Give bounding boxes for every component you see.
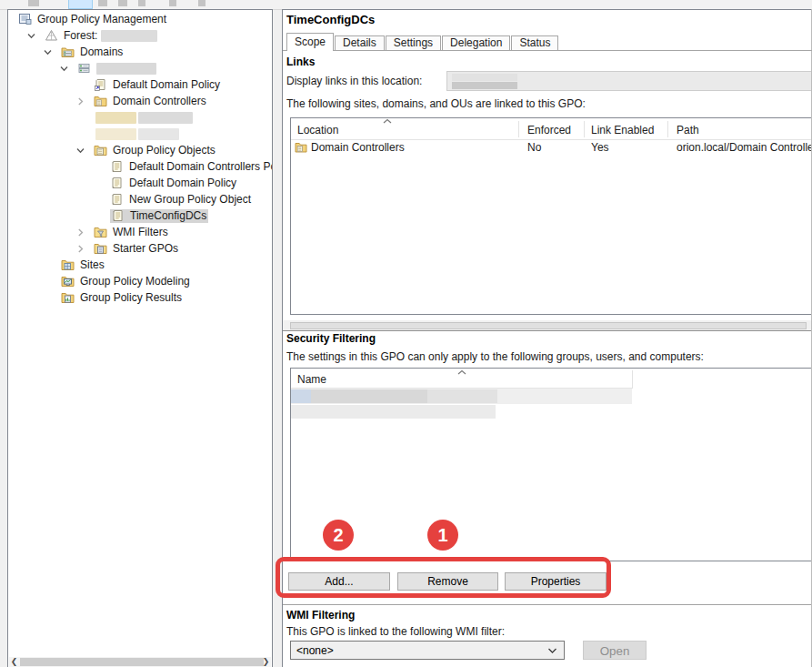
column-header-enforced[interactable]: Enforced	[527, 124, 571, 136]
links-table-row[interactable]: Domain Controllers No Yes orion.local/Do…	[291, 140, 812, 156]
column-header-location[interactable]: Location	[297, 124, 338, 136]
security-group-row[interactable]	[291, 389, 632, 404]
chevron-slot	[92, 191, 110, 207]
cell-enforced: No	[527, 141, 541, 154]
tree-item-default-domain-controllers-policy[interactable]: Default Domain Controllers Policy	[8, 158, 272, 175]
tree-item-starter-gpos[interactable]: Starter GPOs	[8, 240, 272, 257]
modeling-icon	[61, 275, 75, 288]
gpo-icon	[110, 193, 124, 206]
chevron-down-icon	[547, 647, 557, 654]
links-horizontal-scrollbar[interactable]	[283, 320, 812, 331]
redacted-text	[101, 30, 157, 42]
tree-item-group-policy-modeling[interactable]: Group Policy Modeling	[8, 273, 272, 289]
redacted-text	[452, 74, 517, 81]
tree-item-group-policy-results[interactable]: Group Policy Results	[8, 289, 272, 306]
remove-button[interactable]: Remove	[397, 572, 498, 591]
tree-item-label: Group Policy Objects	[111, 144, 217, 157]
tree-item-domain-redacted[interactable]	[8, 60, 272, 76]
column-header-name[interactable]: Name	[297, 373, 326, 386]
tree-item-domains[interactable]: Domains	[8, 44, 272, 60]
tab-settings[interactable]: Settings	[386, 35, 441, 51]
gpo-detail-pane: TimeConfigDCs ScopeDetailsSettingsDelega…	[282, 9, 812, 667]
gpo-title: TimeConfigDCs	[286, 13, 375, 26]
open-button[interactable]: Open	[583, 641, 647, 660]
scrollbar-thumb[interactable]	[290, 322, 807, 329]
sites-folder-icon	[61, 258, 75, 271]
security-group-row[interactable]	[291, 404, 632, 419]
tab-details[interactable]: Details	[335, 35, 385, 51]
gpo-folder-icon	[94, 144, 107, 157]
forest-icon	[45, 29, 58, 42]
chevron-down-icon[interactable]	[75, 142, 94, 158]
cell-location: Domain Controllers	[311, 141, 405, 154]
scroll-left-arrow-icon[interactable]: ❮	[9, 657, 19, 667]
tab-delegation[interactable]: Delegation	[442, 35, 510, 51]
tab-strip-divider	[283, 50, 812, 51]
redacted-icon	[291, 389, 311, 403]
tree-item-group-policy-objects[interactable]: Group Policy Objects	[8, 142, 272, 158]
links-table-header[interactable]: Location Enforced Link Enabled Path	[291, 118, 812, 140]
scrollbar-thumb[interactable]	[20, 658, 264, 666]
chevron-down-icon[interactable]	[59, 60, 77, 76]
column-header-link-enabled[interactable]: Link Enabled	[591, 124, 654, 136]
tree-item-label: TimeConfigDCs	[128, 209, 208, 223]
tree-item-default-domain-policy-link[interactable]: Default Domain Policy	[8, 76, 272, 93]
tree-item-default-domain-policy[interactable]: Default Domain Policy	[8, 175, 272, 191]
tree-item-forest[interactable]: Forest:	[8, 27, 272, 44]
tree-item-label: Default Domain Controllers Policy	[127, 160, 272, 174]
redacted-text	[311, 389, 427, 403]
ou-folder-icon	[295, 141, 307, 153]
chevron-slot	[43, 289, 61, 306]
tab-status[interactable]: Status	[511, 35, 558, 51]
redacted-text	[291, 405, 496, 419]
redacted-text	[452, 82, 517, 89]
tree-item-wmi-filters[interactable]: WMI Filters	[8, 224, 272, 240]
tree-item-redacted-ou-2[interactable]	[8, 126, 272, 142]
column-divider	[632, 370, 633, 389]
redacted-text	[427, 389, 497, 403]
tree-item-label: Default Domain Policy	[127, 177, 238, 190]
toolbar-icon-remnant	[169, 0, 176, 6]
column-divider	[667, 121, 668, 137]
results-icon	[61, 291, 75, 304]
add-button[interactable]: Add...	[288, 572, 390, 591]
toolbar-icon-remnant	[28, 0, 39, 6]
properties-button[interactable]: Properties	[505, 572, 606, 591]
chevron-right-icon[interactable]	[75, 224, 94, 240]
tab-scope[interactable]: Scope	[286, 33, 334, 51]
tree-item-timeconfigdcs[interactable]: TimeConfigDCs	[8, 207, 272, 224]
tree-item-redacted-ou-1[interactable]	[8, 109, 272, 126]
tree-item-new-group-policy-object[interactable]: New Group Policy Object	[8, 191, 272, 207]
scroll-right-arrow-icon[interactable]: ❯	[261, 657, 271, 667]
gpo-tab-strip: ScopeDetailsSettingsDelegationStatus	[286, 34, 559, 51]
toolbar-selected-button-remnant	[68, 0, 93, 9]
group-policy-management-window: Group Policy ManagementForest:DomainsDef…	[0, 0, 812, 667]
redacted-text	[95, 112, 136, 124]
starter-folder-icon	[94, 242, 107, 255]
gpo-link-icon	[94, 78, 107, 91]
links-table-intro: The following sites, domains, and OUs ar…	[286, 97, 586, 110]
tree-item-group-policy-management[interactable]: Group Policy Management	[8, 11, 272, 27]
toolbar-icon-remnant	[98, 0, 107, 6]
tree-item-domain-controllers[interactable]: Domain Controllers	[8, 93, 272, 109]
column-header-path[interactable]: Path	[677, 124, 699, 136]
tree-item-sites[interactable]: Sites	[8, 257, 272, 273]
tree-item-label: Starter GPOs	[111, 242, 180, 256]
chevron-slot	[75, 109, 94, 126]
display-location-dropdown[interactable]	[446, 71, 812, 91]
gpo-icon	[111, 209, 125, 222]
domain-servers-icon	[77, 62, 91, 75]
wmi-filtering-heading: WMI Filtering	[286, 609, 355, 622]
chevron-down-icon[interactable]	[26, 27, 45, 44]
tree-horizontal-scrollbar[interactable]: ❮ ❯	[9, 657, 271, 667]
chevron-slot	[92, 158, 110, 175]
gpo-icon	[110, 160, 124, 173]
tree-item-label: New Group Policy Object	[127, 193, 253, 207]
wmi-filter-dropdown[interactable]: <none>	[290, 641, 565, 660]
cell-link-enabled: Yes	[591, 141, 609, 154]
chevron-down-icon[interactable]	[43, 44, 61, 60]
links-heading: Links	[286, 56, 315, 68]
tree-item-label: Forest:	[62, 29, 99, 43]
chevron-right-icon[interactable]	[75, 240, 94, 257]
chevron-right-icon[interactable]	[75, 93, 94, 109]
